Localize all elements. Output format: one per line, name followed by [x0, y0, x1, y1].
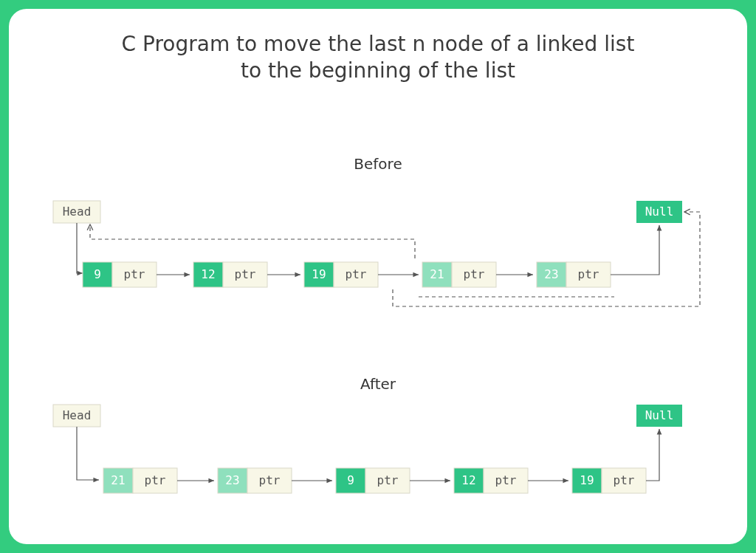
after-ptr-2: ptr: [377, 473, 399, 487]
null-text: Null: [645, 205, 674, 219]
after-label: After: [9, 375, 747, 393]
after-val-1: 23: [225, 473, 239, 487]
title-line-2: to the beginning of the list: [241, 58, 515, 83]
node-ptr-4: ptr: [578, 267, 599, 281]
node-ptr-2: ptr: [346, 267, 367, 281]
node-val-4: 23: [544, 267, 558, 281]
after-ptr-4: ptr: [614, 473, 635, 487]
node-ptr-1: ptr: [235, 267, 256, 281]
dashed-19-null: [393, 212, 700, 306]
head-arrow: [77, 223, 83, 273]
after-arrow-4-null-up: [646, 429, 659, 481]
title-line-1: C Program to move the last n node of a l…: [122, 32, 635, 56]
node-3: 21 ptr: [422, 262, 496, 287]
node-1: 12 ptr: [193, 262, 267, 287]
node-val-1: 12: [201, 267, 215, 281]
after-diagram: Head Null 21 ptr 23 ptr 9 ptr 12 ptr 19 …: [9, 400, 747, 526]
after-ptr-1: ptr: [259, 473, 281, 487]
head-text: Head: [63, 205, 92, 219]
node-ptr-0: ptr: [124, 267, 145, 281]
node-4: 23 ptr: [537, 262, 611, 287]
arrow-4-null: [611, 225, 659, 275]
node-2: 19 ptr: [304, 262, 378, 287]
after-node-2: 9 ptr: [336, 468, 410, 493]
page-title: C Program to move the last n node of a l…: [9, 31, 747, 85]
after-val-3: 12: [461, 473, 475, 487]
before-label: Before: [9, 155, 747, 173]
after-ptr-3: ptr: [495, 473, 517, 487]
after-val-0: 21: [111, 473, 125, 487]
after-ptr-0: ptr: [145, 473, 166, 487]
null-text-after: Null: [645, 408, 674, 422]
node-val-2: 19: [312, 267, 326, 281]
after-val-2: 9: [347, 473, 354, 487]
before-diagram: Head Null 9 ptr 12 ptr 19 ptr 21 ptr 23 …: [9, 179, 747, 334]
after-node-0: 21 ptr: [103, 468, 177, 493]
after-val-4: 19: [580, 473, 594, 487]
after-node-3: 12 ptr: [454, 468, 528, 493]
node-val-3: 21: [430, 267, 444, 281]
after-node-4: 19 ptr: [572, 468, 646, 493]
after-node-1: 23 ptr: [218, 468, 292, 493]
node-0: 9 ptr: [83, 262, 157, 287]
node-ptr-3: ptr: [464, 267, 485, 281]
head-text-after: Head: [63, 408, 92, 422]
head-arrow-after: [77, 427, 99, 480]
dashed-new-head: [90, 224, 415, 258]
node-val-0: 9: [94, 267, 101, 281]
